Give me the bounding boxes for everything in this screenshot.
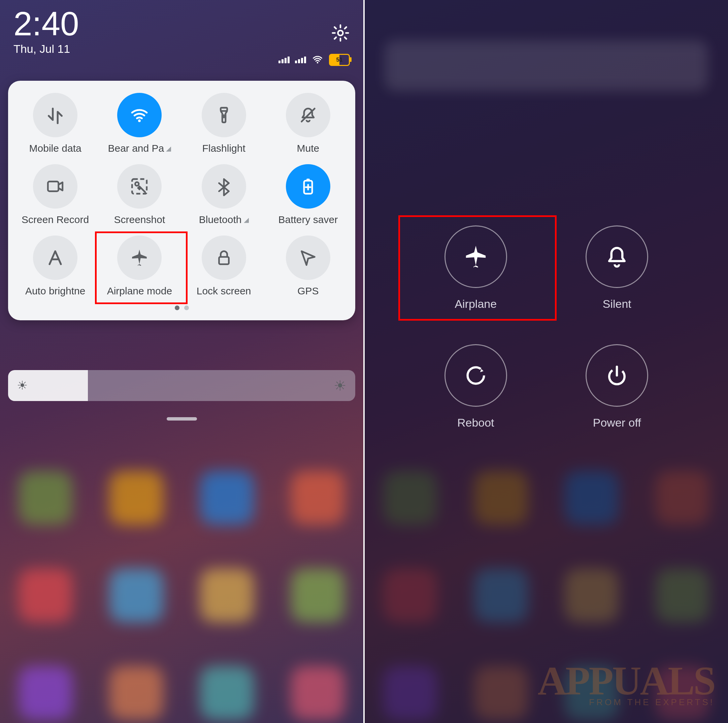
qs-screenshot-toggle[interactable]: Screenshot (99, 164, 180, 226)
qs-mobile-data-toggle[interactable]: Mobile data (15, 93, 96, 154)
power-reboot-button[interactable]: Reboot (412, 344, 540, 429)
gps-icon (286, 235, 330, 280)
watermark: APPUALS FROM THE EXPERTS! (538, 663, 714, 708)
panel-drag-handle[interactable] (167, 417, 197, 421)
bluetooth-icon (202, 164, 246, 209)
airplane-icon (445, 226, 507, 288)
reboot-icon (445, 344, 507, 407)
qs-tile-label: Screenshot (114, 214, 165, 226)
qs-gps-toggle[interactable]: GPS (268, 235, 349, 297)
qs-tile-label: Bluetooth◢ (199, 214, 249, 226)
power-airplane-button[interactable]: Airplane (412, 226, 540, 311)
qs-wifi-toggle[interactable]: Bear and Pa◢ (99, 93, 180, 154)
wifi-icon (117, 93, 162, 137)
qs-tile-label: Screen Record (21, 214, 89, 226)
brightness-low-icon: ☀ (17, 378, 28, 393)
airplane-icon (117, 235, 162, 280)
dropdown-indicator-icon: ◢ (244, 216, 249, 224)
settings-gear-icon[interactable] (331, 24, 350, 43)
qs-bluetooth-toggle[interactable]: Bluetooth◢ (184, 164, 264, 226)
qs-tile-label: Bear and Pa◢ (108, 143, 171, 154)
qs-tile-label: Lock screen (197, 285, 251, 297)
wifi-status-icon (312, 55, 324, 65)
signal-sim2-icon (295, 56, 306, 63)
signal-sim1-icon (278, 56, 290, 63)
bell-icon (586, 226, 648, 288)
qs-lock-toggle[interactable]: Lock screen (184, 235, 264, 297)
mute-icon (286, 93, 330, 137)
power-power-button[interactable]: Power off (553, 344, 681, 429)
qs-flashlight-toggle[interactable]: Flashlight (184, 93, 264, 154)
qs-tile-label: Mute (297, 143, 320, 154)
qs-auto-bright-toggle[interactable]: Auto brightne (15, 235, 96, 297)
auto-bright-icon (33, 235, 78, 280)
page-dot-1[interactable] (184, 305, 189, 310)
power-action-label: Airplane (454, 297, 497, 311)
power-menu-screenshot: AirplaneSilentRebootPower off APPUALS FR… (365, 0, 728, 723)
status-icons: 51 (278, 54, 350, 66)
status-bar: 2:40 Thu, Jul 11 (14, 7, 350, 55)
screenshot-icon (117, 164, 162, 209)
power-action-label: Power off (593, 416, 641, 429)
battery-indicator: 51 (329, 54, 350, 66)
qs-record-toggle[interactable]: Screen Record (15, 164, 96, 226)
qs-tile-label: Mobile data (29, 143, 81, 154)
page-indicator (15, 305, 349, 310)
blurred-notification (385, 40, 708, 91)
brightness-high-icon: ☀ (334, 377, 347, 394)
qs-mute-toggle[interactable]: Mute (268, 93, 349, 154)
quick-settings-screenshot: 2:40 Thu, Jul 11 51 Mobile dataBear and … (0, 0, 363, 723)
qs-tile-label: Flashlight (202, 143, 245, 154)
record-icon (33, 164, 78, 209)
mobile-data-icon (33, 93, 78, 137)
qs-tile-label: Battery saver (278, 214, 338, 226)
qs-airplane-toggle[interactable]: Airplane mode (99, 235, 180, 297)
battery-saver-icon (286, 164, 330, 209)
qs-tile-label: GPS (297, 285, 318, 297)
quick-settings-panel: Mobile dataBear and Pa◢FlashlightMuteScr… (8, 81, 355, 320)
power-action-label: Silent (603, 297, 632, 311)
power-action-label: Reboot (457, 416, 494, 429)
lock-icon (202, 235, 246, 280)
flashlight-icon (202, 93, 246, 137)
power-icon (586, 344, 648, 407)
power-bell-button[interactable]: Silent (553, 226, 681, 311)
clock: 2:40 (14, 7, 350, 40)
qs-battery-saver-toggle[interactable]: Battery saver (268, 164, 349, 226)
qs-tile-label: Auto brightne (25, 285, 85, 297)
brightness-slider[interactable]: ☀ ☀ (8, 370, 355, 401)
qs-tile-label: Airplane mode (107, 285, 172, 297)
dropdown-indicator-icon: ◢ (166, 144, 171, 153)
page-dot-0[interactable] (175, 305, 179, 310)
